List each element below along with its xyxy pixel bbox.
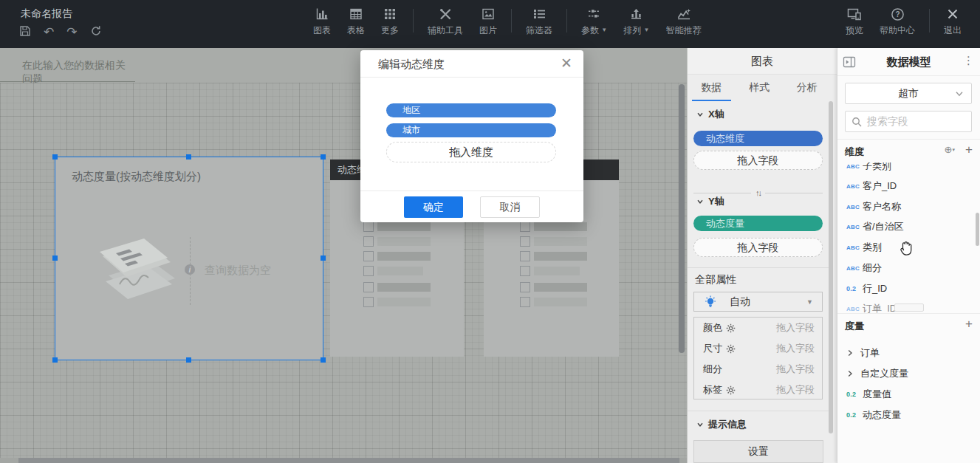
toolbar-item-exit[interactable]: 退出	[936, 7, 970, 37]
tooltip-section-header[interactable]: 提示信息	[696, 418, 747, 431]
field-row[interactable]: ABC客户名称	[837, 196, 980, 217]
attr-drop-zone[interactable]: 拖入字段	[776, 383, 815, 397]
attr-row-color[interactable]: 颜色 拖入字段	[694, 318, 822, 338]
x-axis-field-pill[interactable]: 动态维度	[693, 131, 823, 146]
attr-row-label[interactable]: 标签 拖入字段	[694, 380, 822, 400]
redo-icon[interactable]: ↷	[66, 26, 77, 39]
tab-analysis[interactable]: 分析	[783, 74, 831, 101]
gear-icon[interactable]	[726, 344, 736, 354]
help-icon: ?	[891, 7, 905, 21]
toolbar-item-smart-suggest[interactable]: 智能推荐	[658, 7, 710, 37]
resize-handle-nw[interactable]	[52, 154, 58, 160]
canvas-horizontal-scrollbar[interactable]	[0, 458, 687, 463]
undo-icon[interactable]: ↶	[44, 26, 54, 39]
attr-drop-zone[interactable]: 拖入字段	[776, 321, 815, 335]
y-axis-section-header[interactable]: Y轴	[696, 195, 724, 208]
field-type-icon: ABC	[846, 265, 863, 272]
toolbar-item-help[interactable]: ? 帮助中心	[871, 7, 923, 37]
checkbox[interactable]	[363, 297, 374, 307]
dimension-drop-zone[interactable]: 拖入维度	[386, 142, 556, 162]
gear-icon[interactable]	[726, 385, 736, 395]
dimension-pill-city[interactable]: 城市	[386, 123, 556, 137]
toolbar-item-arrange[interactable]: 排列 ▼	[615, 7, 657, 37]
measure-row[interactable]: 0.2 度量值	[837, 384, 980, 405]
dimension-pill-region[interactable]: 地区	[386, 103, 556, 117]
dataset-select[interactable]: 超市	[845, 83, 972, 104]
modal-close-icon[interactable]: ✕	[561, 55, 572, 72]
field-row[interactable]: ABC省/自治区	[837, 216, 980, 237]
checkbox[interactable]	[520, 282, 530, 292]
resize-handle-ne[interactable]	[321, 154, 326, 160]
toolbar-item-filter[interactable]: 筛选器	[518, 7, 561, 37]
checkbox[interactable]	[520, 222, 530, 232]
confirm-button[interactable]: 确定	[404, 196, 463, 218]
y-axis-field-pill[interactable]: 动态度量	[693, 216, 823, 231]
toolbar-item-image[interactable]: 图片	[471, 7, 505, 37]
sections-splitter-handle[interactable]	[894, 303, 924, 312]
checkbox[interactable]	[520, 236, 530, 247]
swap-arrows-icon: ↑↓	[755, 188, 761, 197]
resize-handle-w[interactable]	[52, 255, 58, 261]
chart-panel-scrollbar[interactable]	[829, 101, 833, 433]
checkbox[interactable]	[363, 222, 374, 232]
checkbox[interactable]	[520, 266, 530, 276]
resize-handle-se[interactable]	[321, 357, 326, 363]
field-row[interactable]: ABC细分	[837, 258, 980, 278]
field-type-icon: 0.2	[846, 391, 863, 398]
globe-icon[interactable]: ⊕▾	[945, 144, 955, 155]
toolbar-item-params[interactable]: 参数 ▼	[573, 7, 615, 37]
kebab-menu-icon[interactable]: ⋮	[963, 54, 974, 67]
field-type-icon: ABC	[846, 306, 863, 312]
report-title[interactable]: 未命名报告	[21, 7, 72, 21]
save-icon[interactable]	[19, 25, 31, 40]
toolbar-item-aux-tools[interactable]: 辅助工具	[419, 7, 471, 37]
attr-drop-zone[interactable]: 拖入字段	[776, 342, 815, 355]
field-row[interactable]: ABC子类别	[837, 162, 980, 176]
measure-row[interactable]: 0.2 动态度量	[837, 405, 980, 425]
question-input[interactable]: 在此输入您的数据相关问题	[0, 48, 135, 82]
x-axis-drop-zone[interactable]: 拖入字段	[693, 151, 823, 170]
data-panel-scrollbar[interactable]	[976, 213, 979, 246]
filter-list-icon	[532, 7, 546, 21]
field-row[interactable]: 0.2行_ID	[837, 278, 980, 299]
checkbox[interactable]	[363, 266, 374, 276]
props-mode-dropdown[interactable]: 自动 ▼	[693, 292, 823, 312]
checkbox[interactable]	[363, 282, 374, 292]
toolbar-item-more[interactable]: 更多	[373, 7, 407, 37]
field-search-input[interactable]: 搜索字段	[845, 111, 972, 132]
checkbox[interactable]	[363, 236, 374, 247]
checkbox[interactable]	[363, 251, 374, 261]
dashboard-canvas[interactable]: 动态度量(按动态维度划分) i 查询数据为空	[0, 83, 687, 463]
resize-handle-sw[interactable]	[52, 357, 58, 363]
gear-icon[interactable]	[726, 323, 736, 333]
resize-handle-s[interactable]	[186, 357, 191, 363]
x-axis-section-header[interactable]: X轴	[696, 108, 724, 121]
add-measure-icon[interactable]: +	[965, 319, 973, 329]
field-type-icon: 0.2	[846, 411, 863, 419]
y-axis-drop-zone[interactable]: 拖入字段	[693, 238, 823, 257]
resize-handle-n[interactable]	[186, 154, 191, 160]
canvas-vertical-scrollbar[interactable]	[679, 84, 685, 353]
toolbar-item-chart[interactable]: 图表	[305, 7, 339, 37]
checkbox[interactable]	[520, 297, 530, 307]
resize-handle-e[interactable]	[321, 255, 326, 261]
empty-data-message: 查询数据为空	[205, 264, 271, 278]
measure-group-row[interactable]: 订单	[837, 343, 980, 363]
attr-row-subdivide[interactable]: 细分 拖入字段	[694, 359, 822, 380]
toolbar-item-preview[interactable]: 预览	[837, 7, 871, 37]
tooltip-settings-button[interactable]: 设置	[693, 440, 823, 463]
preview-devices-icon	[847, 7, 862, 21]
refresh-icon[interactable]	[90, 25, 102, 40]
toolbar-item-table[interactable]: 表格	[339, 7, 373, 37]
selected-chart-widget[interactable]: 动态度量(按动态维度划分) i 查询数据为空	[55, 157, 323, 360]
add-dimension-icon[interactable]: +	[965, 145, 973, 155]
checkbox[interactable]	[520, 251, 530, 261]
lightbulb-icon	[705, 295, 716, 309]
tab-data[interactable]: 数据	[688, 74, 736, 101]
field-row[interactable]: ABC客户_ID	[837, 176, 980, 196]
cancel-button[interactable]: 取消	[480, 196, 540, 218]
measure-group-row[interactable]: 自定义度量	[837, 363, 980, 384]
tab-style[interactable]: 样式	[736, 74, 784, 101]
attr-row-size[interactable]: 尺寸 拖入字段	[694, 338, 822, 359]
attr-drop-zone[interactable]: 拖入字段	[776, 363, 815, 376]
